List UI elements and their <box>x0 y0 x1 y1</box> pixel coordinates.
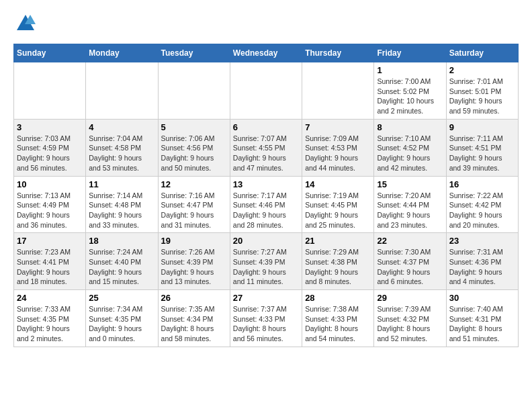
calendar-cell <box>302 62 374 120</box>
day-number: 1 <box>377 65 443 75</box>
calendar-cell: 11Sunrise: 7:14 AM Sunset: 4:48 PM Dayli… <box>86 176 158 233</box>
calendar-cell <box>86 62 158 120</box>
day-info: Sunrise: 7:37 AM Sunset: 4:33 PM Dayligh… <box>233 304 299 344</box>
calendar-header-thursday: Thursday <box>302 44 374 62</box>
day-number: 25 <box>89 293 154 303</box>
calendar-header-monday: Monday <box>86 44 158 62</box>
day-number: 16 <box>449 179 515 189</box>
day-info: Sunrise: 7:06 AM Sunset: 4:56 PM Dayligh… <box>161 134 227 173</box>
calendar-cell: 29Sunrise: 7:39 AM Sunset: 4:32 PM Dayli… <box>374 290 446 347</box>
day-number: 2 <box>449 65 515 75</box>
day-number: 29 <box>377 293 443 303</box>
calendar-cell: 22Sunrise: 7:30 AM Sunset: 4:37 PM Dayli… <box>374 233 446 290</box>
calendar: SundayMondayTuesdayWednesdayThursdayFrid… <box>13 44 519 347</box>
calendar-header-friday: Friday <box>374 44 446 62</box>
day-info: Sunrise: 7:40 AM Sunset: 4:31 PM Dayligh… <box>449 304 515 344</box>
calendar-week-4: 24Sunrise: 7:33 AM Sunset: 4:35 PM Dayli… <box>14 290 519 347</box>
day-info: Sunrise: 7:16 AM Sunset: 4:47 PM Dayligh… <box>161 191 227 230</box>
day-number: 18 <box>89 236 154 246</box>
calendar-header-sunday: Sunday <box>14 44 86 62</box>
calendar-cell: 23Sunrise: 7:31 AM Sunset: 4:36 PM Dayli… <box>446 233 518 290</box>
calendar-cell: 4Sunrise: 7:04 AM Sunset: 4:58 PM Daylig… <box>86 119 158 176</box>
day-info: Sunrise: 7:10 AM Sunset: 4:52 PM Dayligh… <box>377 134 443 173</box>
calendar-cell: 24Sunrise: 7:33 AM Sunset: 4:35 PM Dayli… <box>14 290 86 347</box>
calendar-cell: 21Sunrise: 7:29 AM Sunset: 4:38 PM Dayli… <box>302 233 374 290</box>
calendar-week-0: 1Sunrise: 7:00 AM Sunset: 5:02 PM Daylig… <box>14 62 519 120</box>
calendar-cell: 1Sunrise: 7:00 AM Sunset: 5:02 PM Daylig… <box>374 62 446 120</box>
day-info: Sunrise: 7:09 AM Sunset: 4:53 PM Dayligh… <box>305 134 371 173</box>
day-info: Sunrise: 7:14 AM Sunset: 4:48 PM Dayligh… <box>89 191 154 230</box>
calendar-cell: 26Sunrise: 7:35 AM Sunset: 4:34 PM Dayli… <box>158 290 230 347</box>
day-info: Sunrise: 7:01 AM Sunset: 5:01 PM Dayligh… <box>449 77 515 116</box>
day-info: Sunrise: 7:22 AM Sunset: 4:42 PM Dayligh… <box>449 191 515 230</box>
day-info: Sunrise: 7:20 AM Sunset: 4:44 PM Dayligh… <box>377 191 443 230</box>
day-info: Sunrise: 7:07 AM Sunset: 4:55 PM Dayligh… <box>233 134 299 173</box>
day-number: 17 <box>17 236 83 246</box>
day-number: 19 <box>161 236 227 246</box>
calendar-cell: 6Sunrise: 7:07 AM Sunset: 4:55 PM Daylig… <box>230 119 302 176</box>
day-info: Sunrise: 7:38 AM Sunset: 4:33 PM Dayligh… <box>305 304 371 344</box>
day-number: 20 <box>233 236 299 246</box>
day-number: 28 <box>305 293 371 303</box>
calendar-cell <box>14 62 86 120</box>
calendar-cell: 20Sunrise: 7:27 AM Sunset: 4:39 PM Dayli… <box>230 233 302 290</box>
day-number: 12 <box>161 179 227 189</box>
day-number: 10 <box>17 179 83 189</box>
day-info: Sunrise: 7:00 AM Sunset: 5:02 PM Dayligh… <box>377 77 443 116</box>
calendar-cell: 2Sunrise: 7:01 AM Sunset: 5:01 PM Daylig… <box>446 62 518 120</box>
day-number: 3 <box>17 122 83 132</box>
calendar-cell: 25Sunrise: 7:34 AM Sunset: 4:35 PM Dayli… <box>86 290 158 347</box>
calendar-cell: 3Sunrise: 7:03 AM Sunset: 4:59 PM Daylig… <box>14 119 86 176</box>
day-number: 11 <box>89 179 154 189</box>
calendar-cell: 18Sunrise: 7:24 AM Sunset: 4:40 PM Dayli… <box>86 233 158 290</box>
day-number: 7 <box>305 122 371 132</box>
calendar-header-saturday: Saturday <box>446 44 518 62</box>
day-number: 27 <box>233 293 299 303</box>
day-info: Sunrise: 7:29 AM Sunset: 4:38 PM Dayligh… <box>305 247 371 287</box>
day-info: Sunrise: 7:31 AM Sunset: 4:36 PM Dayligh… <box>449 247 515 287</box>
day-number: 30 <box>449 293 515 303</box>
calendar-week-1: 3Sunrise: 7:03 AM Sunset: 4:59 PM Daylig… <box>14 119 519 176</box>
calendar-cell <box>158 62 230 120</box>
calendar-cell: 28Sunrise: 7:38 AM Sunset: 4:33 PM Dayli… <box>302 290 374 347</box>
calendar-week-3: 17Sunrise: 7:23 AM Sunset: 4:41 PM Dayli… <box>14 233 519 290</box>
day-number: 22 <box>377 236 443 246</box>
day-info: Sunrise: 7:23 AM Sunset: 4:41 PM Dayligh… <box>17 247 83 287</box>
day-info: Sunrise: 7:39 AM Sunset: 4:32 PM Dayligh… <box>377 304 443 344</box>
calendar-week-2: 10Sunrise: 7:13 AM Sunset: 4:49 PM Dayli… <box>14 176 519 233</box>
day-info: Sunrise: 7:19 AM Sunset: 4:45 PM Dayligh… <box>305 191 371 230</box>
calendar-cell: 7Sunrise: 7:09 AM Sunset: 4:53 PM Daylig… <box>302 119 374 176</box>
calendar-cell: 14Sunrise: 7:19 AM Sunset: 4:45 PM Dayli… <box>302 176 374 233</box>
day-info: Sunrise: 7:17 AM Sunset: 4:46 PM Dayligh… <box>233 191 299 230</box>
day-info: Sunrise: 7:27 AM Sunset: 4:39 PM Dayligh… <box>233 247 299 287</box>
day-info: Sunrise: 7:13 AM Sunset: 4:49 PM Dayligh… <box>17 191 83 230</box>
calendar-cell: 9Sunrise: 7:11 AM Sunset: 4:51 PM Daylig… <box>446 119 518 176</box>
calendar-cell: 16Sunrise: 7:22 AM Sunset: 4:42 PM Dayli… <box>446 176 518 233</box>
day-number: 23 <box>449 236 515 246</box>
day-info: Sunrise: 7:04 AM Sunset: 4:58 PM Dayligh… <box>89 134 154 173</box>
day-number: 5 <box>161 122 227 132</box>
day-number: 21 <box>305 236 371 246</box>
calendar-header-tuesday: Tuesday <box>158 44 230 62</box>
calendar-body: 1Sunrise: 7:00 AM Sunset: 5:02 PM Daylig… <box>14 62 519 347</box>
calendar-cell: 8Sunrise: 7:10 AM Sunset: 4:52 PM Daylig… <box>374 119 446 176</box>
day-number: 14 <box>305 179 371 189</box>
day-number: 9 <box>449 122 515 132</box>
day-number: 15 <box>377 179 443 189</box>
calendar-cell <box>230 62 302 120</box>
day-number: 24 <box>17 293 83 303</box>
calendar-cell: 12Sunrise: 7:16 AM Sunset: 4:47 PM Dayli… <box>158 176 230 233</box>
day-number: 8 <box>377 122 443 132</box>
calendar-cell: 17Sunrise: 7:23 AM Sunset: 4:41 PM Dayli… <box>14 233 86 290</box>
day-number: 26 <box>161 293 227 303</box>
day-info: Sunrise: 7:35 AM Sunset: 4:34 PM Dayligh… <box>161 304 227 344</box>
day-info: Sunrise: 7:11 AM Sunset: 4:51 PM Dayligh… <box>449 134 515 173</box>
day-number: 4 <box>89 122 154 132</box>
calendar-cell: 30Sunrise: 7:40 AM Sunset: 4:31 PM Dayli… <box>446 290 518 347</box>
calendar-header-row: SundayMondayTuesdayWednesdayThursdayFrid… <box>14 44 519 62</box>
day-info: Sunrise: 7:26 AM Sunset: 4:39 PM Dayligh… <box>161 247 227 287</box>
day-number: 6 <box>233 122 299 132</box>
calendar-cell: 27Sunrise: 7:37 AM Sunset: 4:33 PM Dayli… <box>230 290 302 347</box>
day-info: Sunrise: 7:33 AM Sunset: 4:35 PM Dayligh… <box>17 304 83 344</box>
logo <box>13 13 36 37</box>
